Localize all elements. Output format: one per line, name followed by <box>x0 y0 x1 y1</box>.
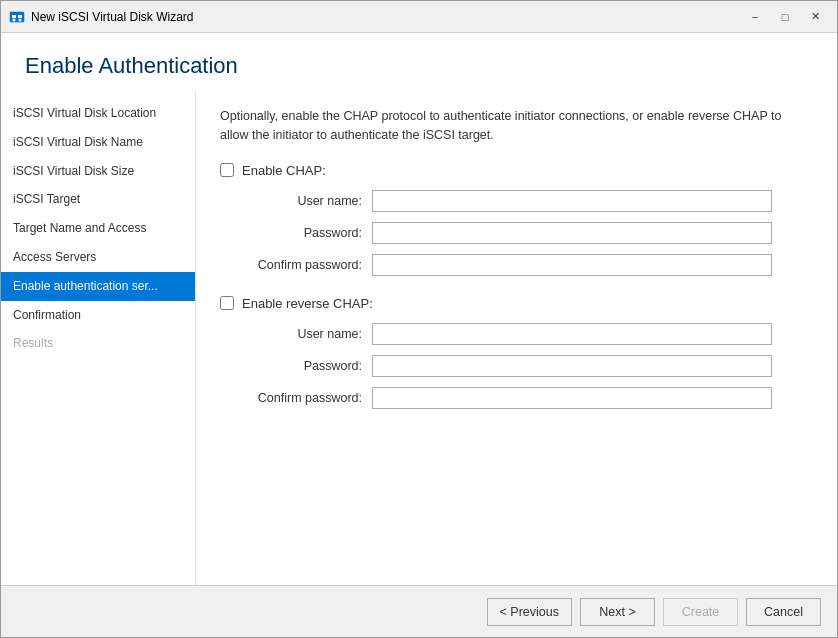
sidebar: iSCSI Virtual Disk Location iSCSI Virtua… <box>1 91 196 585</box>
reverse-chap-password-row: Password: <box>242 355 813 377</box>
close-button[interactable]: ✕ <box>801 6 829 28</box>
sidebar-item-disk-location[interactable]: iSCSI Virtual Disk Location <box>1 99 195 128</box>
chap-confirm-row: Confirm password: <box>242 254 813 276</box>
chap-username-row: User name: <box>242 190 813 212</box>
wizard-window: New iSCSI Virtual Disk Wizard − □ ✕ Enab… <box>0 0 838 638</box>
next-button[interactable]: Next > <box>580 598 655 626</box>
enable-reverse-chap-checkbox[interactable] <box>220 296 234 310</box>
reverse-chap-confirm-label: Confirm password: <box>242 391 372 405</box>
sidebar-item-disk-name[interactable]: iSCSI Virtual Disk Name <box>1 128 195 157</box>
page-header: Enable Authentication <box>1 33 837 91</box>
enable-chap-label: Enable CHAP: <box>242 163 326 178</box>
chap-username-label: User name: <box>242 194 372 208</box>
reverse-chap-confirm-row: Confirm password: <box>242 387 813 409</box>
sidebar-item-confirmation[interactable]: Confirmation <box>1 301 195 330</box>
reverse-chap-username-input[interactable] <box>372 323 772 345</box>
footer: < Previous Next > Create Cancel <box>1 585 837 637</box>
chap-fields: User name: Password: Confirm password: <box>242 190 813 276</box>
chap-password-row: Password: <box>242 222 813 244</box>
minimize-button[interactable]: − <box>741 6 769 28</box>
enable-reverse-chap-row: Enable reverse CHAP: <box>220 296 813 311</box>
sidebar-item-results: Results <box>1 329 195 358</box>
chap-confirm-input[interactable] <box>372 254 772 276</box>
chap-confirm-label: Confirm password: <box>242 258 372 272</box>
cancel-button[interactable]: Cancel <box>746 598 821 626</box>
reverse-chap-password-label: Password: <box>242 359 372 373</box>
svg-rect-2 <box>18 15 22 18</box>
svg-point-3 <box>13 18 16 21</box>
description-text: Optionally, enable the CHAP protocol to … <box>220 107 800 145</box>
chap-password-input[interactable] <box>372 222 772 244</box>
sidebar-item-enable-auth[interactable]: Enable authentication ser... <box>1 272 195 301</box>
chap-username-input[interactable] <box>372 190 772 212</box>
reverse-chap-section: Enable reverse CHAP: User name: Password… <box>220 296 813 409</box>
enable-reverse-chap-label: Enable reverse CHAP: <box>242 296 373 311</box>
chap-section: Enable CHAP: User name: Password: Confir… <box>220 163 813 276</box>
sidebar-item-target-name[interactable]: Target Name and Access <box>1 214 195 243</box>
form-area: Optionally, enable the CHAP protocol to … <box>196 91 837 585</box>
svg-point-4 <box>19 18 22 21</box>
enable-chap-checkbox[interactable] <box>220 163 234 177</box>
titlebar-buttons: − □ ✕ <box>741 6 829 28</box>
reverse-chap-fields: User name: Password: Confirm password: <box>242 323 813 409</box>
reverse-chap-username-label: User name: <box>242 327 372 341</box>
main-area: iSCSI Virtual Disk Location iSCSI Virtua… <box>1 91 837 585</box>
titlebar: New iSCSI Virtual Disk Wizard − □ ✕ <box>1 1 837 33</box>
chap-password-label: Password: <box>242 226 372 240</box>
titlebar-title: New iSCSI Virtual Disk Wizard <box>31 10 741 24</box>
reverse-chap-confirm-input[interactable] <box>372 387 772 409</box>
svg-rect-1 <box>12 15 16 18</box>
reverse-chap-username-row: User name: <box>242 323 813 345</box>
previous-button[interactable]: < Previous <box>487 598 572 626</box>
sidebar-item-access-servers[interactable]: Access Servers <box>1 243 195 272</box>
sidebar-item-disk-size[interactable]: iSCSI Virtual Disk Size <box>1 157 195 186</box>
page-title: Enable Authentication <box>25 53 813 79</box>
maximize-button[interactable]: □ <box>771 6 799 28</box>
create-button[interactable]: Create <box>663 598 738 626</box>
enable-chap-row: Enable CHAP: <box>220 163 813 178</box>
sidebar-item-iscsi-target[interactable]: iSCSI Target <box>1 185 195 214</box>
reverse-chap-password-input[interactable] <box>372 355 772 377</box>
titlebar-icon <box>9 9 25 25</box>
